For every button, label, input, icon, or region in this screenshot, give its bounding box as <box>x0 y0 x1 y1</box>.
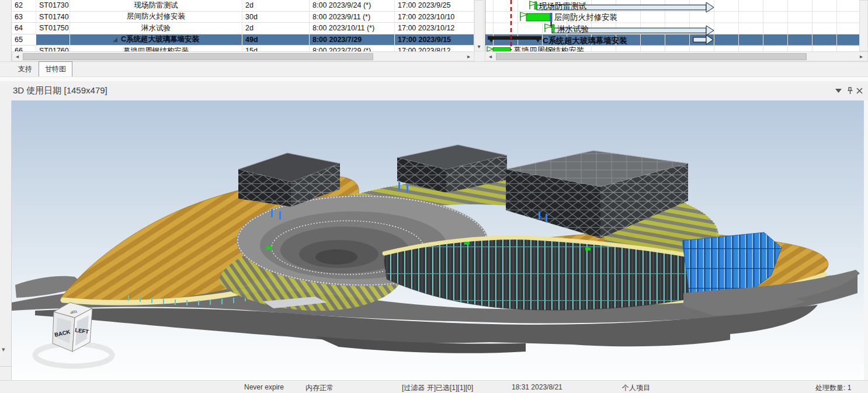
cell-finish: 17:00 2023/9/25 <box>395 0 474 11</box>
cell-duration: 15d <box>242 46 310 51</box>
splitter-divider <box>0 366 11 367</box>
tab-gantt[interactable]: 甘特图 <box>39 61 72 77</box>
left-collapsed-panel-strip[interactable]: ▾ <box>0 0 12 380</box>
table-row[interactable]: 64 ST01750 淋水试验 2d 8:00 2023/10/11 (*) 1… <box>12 23 474 34</box>
cell-start: 8:00 2023/7/29 <box>310 34 395 46</box>
viewport-panel-title: 3D 使用日期 [1459x479] <box>13 85 107 96</box>
cell-start: 8:00 2023/10/11 (*) <box>310 23 395 34</box>
tab-support[interactable]: 支持 <box>13 62 37 76</box>
viewport-title-bar: 3D 使用日期 [1459x479] <box>0 81 868 100</box>
remaining-arrowhead <box>706 2 714 12</box>
status-project-type: 个人项目 <box>622 383 650 393</box>
pin-icon[interactable] <box>846 86 854 95</box>
cell-row-number: 64 <box>12 23 36 34</box>
gantt-label: C系统超大玻璃幕墙安装 <box>543 36 627 45</box>
chevron-down-icon[interactable]: ▾ <box>2 346 5 353</box>
cell-row-number: 62 <box>12 0 36 11</box>
status-bar: Never expire 内存正常 [过滤器 开]已选[1][1][0] 18:… <box>0 380 868 393</box>
scrollbar-thumb[interactable] <box>23 53 373 60</box>
cell-task-id: ST01760 <box>36 46 70 51</box>
scroll-left-button[interactable]: ◂ <box>486 53 495 61</box>
cell-task-name: 现场防雷测试 <box>70 0 242 11</box>
cell-row-number: 65 <box>12 34 36 46</box>
table-vertical-scrollbar[interactable]: ▾ <box>474 0 484 51</box>
gantt-chart[interactable]: 现场防雷测试 层间防火封修安装 淋水试验 C系统超大玻璃幕墙安装 幕墙四周钢结构… <box>485 0 859 51</box>
scrollbar-thumb[interactable] <box>496 53 807 60</box>
close-icon[interactable] <box>855 86 863 95</box>
cell-task-id: ST01740 <box>36 12 70 23</box>
gantt-label: 幕墙四周钢结构安装 <box>513 46 585 52</box>
status-license: Never expire <box>244 383 284 391</box>
chevron-down-icon[interactable] <box>834 86 842 95</box>
cell-task-name: 层间防火封修安装 <box>70 12 242 23</box>
cell-duration: 30d <box>242 12 310 23</box>
table-row[interactable]: 63 ST01740 层间防火封修安装 30d 8:00 2023/9/11 (… <box>12 12 474 23</box>
cell-task-name: C系统超大玻璃幕墙安装 <box>70 34 242 46</box>
bar-end-tick <box>550 13 553 22</box>
cell-duration: 2d <box>242 23 310 34</box>
table-row-selected[interactable]: 65 C系统超大玻璃幕墙安装 49d 8:00 2023/7/29 17:00 … <box>12 34 474 46</box>
cell-start: 8:00 2023/9/24 (*) <box>310 0 395 11</box>
table-row[interactable]: 66 ST01760 幕墙四周钢结构安装 15d 8:00 2023/7/29 … <box>12 46 474 51</box>
cell-start: 8:00 2023/7/29 (*) <box>310 46 395 51</box>
cell-task-id: ST01730 <box>36 0 70 11</box>
table-row[interactable]: 62 ST01730 现场防雷测试 2d 8:00 2023/9/24 (*) … <box>12 0 474 12</box>
gantt-vertical-scrollbar[interactable] <box>859 0 868 51</box>
viewport-right-margin <box>864 100 868 380</box>
scroll-right-button[interactable]: ▸ <box>464 53 473 61</box>
status-datetime: 18:31 2023/8/21 <box>512 383 563 391</box>
cell-finish: 17:00 2023/9/15 <box>395 34 474 46</box>
collapse-triangle-icon[interactable] <box>113 37 117 42</box>
cell-finish: 17:00 2023/10/10 <box>395 12 474 23</box>
gantt-horizontal-scrollbar[interactable]: ◂ ▸ <box>485 51 868 61</box>
cell-start: 8:00 2023/9/11 (*) <box>310 12 395 23</box>
cell-row-number: 63 <box>12 12 36 23</box>
gantt-bar-row66[interactable] <box>487 47 511 51</box>
flag-icon <box>487 47 493 51</box>
cell-task-name: 淋水试验 <box>70 23 242 34</box>
cell-task-id: ST01750 <box>36 23 70 34</box>
scroll-down-button[interactable]: ▾ <box>475 42 483 51</box>
cell-task-id <box>36 34 70 46</box>
scrollbar-corner <box>474 51 485 61</box>
status-filter-selection: [过滤器 开]已选[1][1][0] <box>402 383 473 393</box>
scroll-left-button[interactable]: ◂ <box>13 53 22 61</box>
cell-task-name: 幕墙四周钢结构安装 <box>70 46 242 51</box>
gantt-bar-row63[interactable] <box>520 12 553 22</box>
cell-finish: 17:00 2023/10/12 <box>395 23 474 34</box>
table-horizontal-scrollbar[interactable]: ◂ ▸ <box>12 51 474 61</box>
status-memory: 内存正常 <box>305 383 334 393</box>
task-table[interactable]: 62 ST01730 现场防雷测试 2d 8:00 2023/9/24 (*) … <box>12 0 474 51</box>
scroll-right-button[interactable]: ▸ <box>857 53 866 61</box>
gantt-label: 现场防雷测试 <box>539 2 587 11</box>
cell-row-number: 66 <box>12 46 36 51</box>
status-process-count: 处理数量: 1 <box>815 383 851 393</box>
gantt-label: 层间防火封修安装 <box>554 13 617 22</box>
cell-duration: 2d <box>242 0 310 11</box>
bottom-tab-bar: 支持 甘特图 <box>0 61 868 76</box>
gantt-selected-row-band <box>485 34 859 46</box>
task-name-text: C系统超大玻璃幕墙安装 <box>121 34 199 44</box>
panel-gap <box>0 76 868 81</box>
3d-viewport[interactable]: TOP BACK LEFT <box>12 100 864 380</box>
cell-finish: 17:00 2023/8/12 <box>395 46 474 51</box>
gantt-label: 淋水试验 <box>557 25 589 33</box>
cell-duration: 49d <box>242 34 310 46</box>
